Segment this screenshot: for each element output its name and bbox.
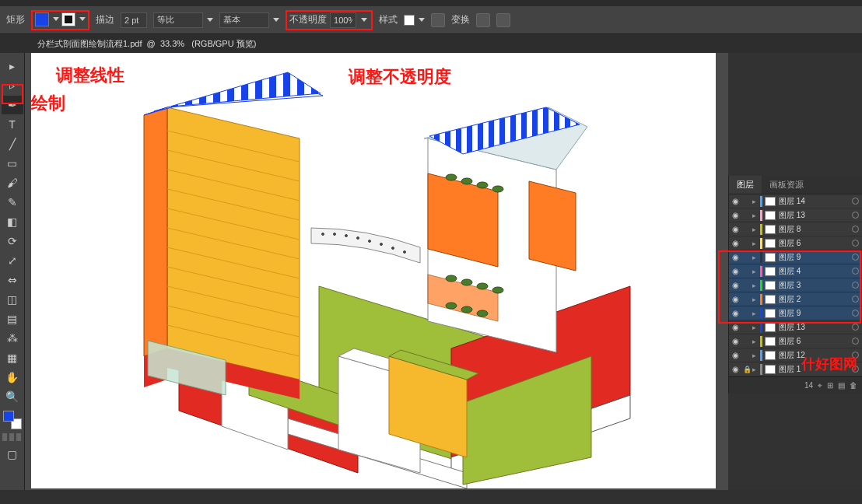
paintbrush-tool[interactable]: 🖌 — [2, 173, 23, 192]
document-tab[interactable]: 分栏式剖面图绘制流程1.pdf @ 33.3% (RGB/GPU 预览) — [30, 35, 264, 53]
layer-color-chip — [760, 210, 762, 221]
chevron-down-icon — [361, 18, 367, 22]
target-ring-icon[interactable] — [852, 240, 859, 247]
visibility-toggle[interactable]: ◉ — [729, 365, 741, 373]
highlight-opacity: 不透明度 — [286, 10, 373, 30]
draw-mode-toggle[interactable] — [2, 432, 23, 442]
canvas[interactable] — [25, 53, 728, 490]
layer-thumb — [765, 225, 776, 234]
width-tool[interactable]: ⇔ — [2, 271, 23, 289]
expand-arrow-icon[interactable]: ▸ — [752, 352, 760, 359]
svg-point-51 — [461, 279, 472, 285]
artboard-tool[interactable]: ▦ — [2, 348, 23, 367]
chevron-down-icon — [419, 18, 425, 22]
visibility-toggle[interactable]: ◉ — [729, 323, 741, 331]
annotation-opacity: 调整不透明度 — [349, 65, 451, 89]
doc-zoom: 33.3% — [160, 39, 184, 48]
tab-assets[interactable]: 画板资源 — [762, 176, 811, 194]
fg-swatch-icon — [3, 411, 14, 422]
layer-row[interactable]: ◉▸图层 8 — [729, 222, 862, 236]
visibility-toggle[interactable]: ◉ — [729, 197, 741, 205]
layer-color-chip — [760, 224, 762, 235]
eyedropper-tool[interactable]: ⁂ — [2, 329, 23, 348]
expand-arrow-icon[interactable]: ▸ — [752, 338, 760, 345]
layer-name: 图层 13 — [779, 210, 852, 221]
layer-thumb — [765, 323, 776, 332]
fill-swatch[interactable] — [35, 12, 59, 26]
expand-arrow-icon[interactable]: ▸ — [752, 212, 760, 219]
fill-stroke-toggle[interactable] — [3, 411, 22, 429]
align-icon[interactable] — [431, 13, 445, 27]
layer-row[interactable]: ◉▸图层 13 — [729, 208, 862, 222]
trash-icon[interactable]: 🗑 — [850, 381, 857, 390]
stroke-label: 描边 — [96, 13, 114, 26]
layer-row[interactable]: ◉▸图层 6 — [729, 236, 862, 250]
svg-point-47 — [461, 178, 472, 184]
svg-point-56 — [477, 310, 488, 317]
brush-def-select[interactable] — [219, 12, 279, 28]
opacity-input[interactable] — [330, 12, 356, 28]
layer-thumb — [765, 197, 776, 206]
layer-thumb — [765, 239, 776, 248]
line-tool[interactable]: ╱ — [2, 135, 23, 153]
target-ring-icon[interactable] — [852, 338, 859, 345]
opacity-label: 不透明度 — [289, 13, 327, 26]
graphic-style[interactable] — [404, 15, 425, 26]
layer-color-chip — [760, 196, 762, 207]
stroke-swatch[interactable] — [61, 12, 86, 26]
new-sublayer-icon[interactable]: ⊞ — [827, 381, 833, 390]
svg-point-48 — [477, 182, 488, 188]
target-ring-icon[interactable] — [852, 198, 859, 205]
expand-arrow-icon[interactable]: ▸ — [752, 198, 760, 205]
gradient-tool[interactable]: ▤ — [2, 310, 23, 328]
type-tool[interactable]: T — [2, 115, 23, 134]
lock-toggle[interactable]: 🔒 — [741, 366, 752, 373]
pencil-tool[interactable]: ✎ — [2, 193, 23, 212]
svg-point-46 — [446, 174, 457, 180]
stroke-profile-select[interactable] — [153, 12, 213, 28]
style-label: 样式 — [379, 13, 398, 26]
target-ring-icon[interactable] — [852, 226, 859, 233]
chevron-down-icon — [79, 17, 86, 21]
target-ring-icon[interactable] — [852, 324, 859, 331]
target-ring-icon[interactable] — [852, 212, 859, 219]
svg-point-54 — [446, 303, 457, 309]
expand-arrow-icon[interactable]: ▸ — [752, 324, 760, 331]
layer-row[interactable]: ◉▸图层 14 — [729, 194, 862, 208]
stroke-width-input[interactable] — [121, 12, 147, 28]
scale-tool[interactable]: ⤢ — [2, 251, 23, 270]
locate-icon[interactable]: ⌖ — [818, 381, 822, 390]
visibility-toggle[interactable]: ◉ — [729, 211, 741, 219]
control-bar: 矩形 描边 不透明度 样式 变换 — [0, 6, 862, 34]
shape-mode-icon[interactable] — [496, 13, 510, 27]
selection-tool[interactable]: ▸ — [2, 57, 23, 75]
expand-arrow-icon[interactable]: ▸ — [752, 240, 760, 247]
chevron-down-icon — [273, 18, 279, 22]
rectangle-tool[interactable]: ▭ — [2, 154, 23, 173]
highlight-pentool — [2, 84, 23, 104]
zoom-tool[interactable]: 🔍 — [2, 387, 23, 406]
rotate-tool[interactable]: ⟳ — [2, 232, 23, 250]
doc-colormode: (RGB/GPU 预览) — [191, 39, 256, 48]
svg-point-21 — [380, 243, 383, 246]
annotation-draw: 绘制 — [31, 92, 65, 115]
layer-row[interactable]: ◉▸图层 6 — [729, 334, 862, 348]
shape-type-label: 矩形 — [6, 13, 25, 26]
tab-layers[interactable]: 图层 — [729, 176, 762, 194]
expand-arrow-icon[interactable]: ▸ — [752, 366, 760, 373]
eraser-tool[interactable]: ◧ — [2, 212, 23, 231]
svg-point-23 — [404, 251, 406, 254]
new-layer-icon[interactable]: ▤ — [838, 381, 845, 390]
shape-builder-tool[interactable]: ◫ — [2, 290, 23, 309]
visibility-toggle[interactable]: ◉ — [729, 239, 741, 247]
expand-arrow-icon[interactable]: ▸ — [752, 226, 760, 233]
layer-name: 图层 6 — [779, 238, 852, 249]
visibility-toggle[interactable]: ◉ — [729, 225, 741, 233]
highlight-fillstroke — [31, 10, 89, 30]
screen-mode[interactable]: ▢ — [2, 445, 23, 464]
isolate-icon[interactable] — [476, 13, 490, 27]
document-tabs: 分栏式剖面图绘制流程1.pdf @ 33.3% (RGB/GPU 预览) — [0, 34, 862, 53]
hand-tool[interactable]: ✋ — [2, 368, 23, 387]
visibility-toggle[interactable]: ◉ — [729, 337, 741, 345]
visibility-toggle[interactable]: ◉ — [729, 351, 741, 359]
